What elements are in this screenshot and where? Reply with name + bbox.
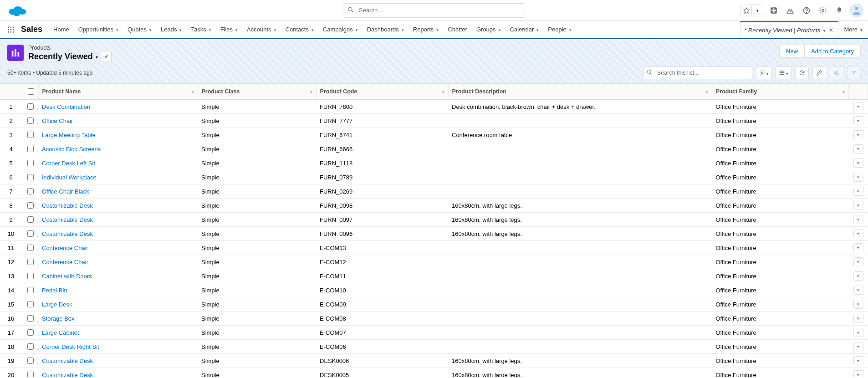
- trailhead-icon[interactable]: [784, 5, 796, 16]
- product-link[interactable]: Customizable Desk: [42, 372, 93, 378]
- list-search-input[interactable]: [643, 66, 752, 79]
- row-select-checkbox[interactable]: [27, 117, 34, 124]
- chevron-down-icon[interactable]: [569, 26, 572, 33]
- product-link[interactable]: Individual Workplace: [42, 174, 97, 181]
- row-select-checkbox[interactable]: [27, 245, 34, 251]
- new-button[interactable]: New: [780, 45, 804, 57]
- row-action-menu[interactable]: [853, 370, 863, 377]
- row-select-checkbox[interactable]: [27, 230, 34, 237]
- list-view-controls-button[interactable]: [756, 66, 772, 79]
- row-select-checkbox[interactable]: [27, 358, 34, 364]
- row-action-menu[interactable]: [853, 130, 863, 139]
- global-actions-icon[interactable]: [768, 5, 780, 16]
- product-link[interactable]: Acoustic Bloc Screens: [42, 146, 101, 153]
- row-action-menu[interactable]: [853, 173, 863, 182]
- product-link[interactable]: Corner Desk Left Sit: [42, 160, 95, 167]
- product-link[interactable]: Office Chair Black: [42, 188, 89, 195]
- add-to-category-button[interactable]: Add to Category: [804, 45, 860, 57]
- product-link[interactable]: Customizable Desk: [42, 358, 93, 364]
- row-select-checkbox[interactable]: [27, 174, 34, 180]
- row-action-menu[interactable]: [853, 116, 863, 125]
- row-select-checkbox[interactable]: [27, 301, 34, 307]
- chevron-down-icon[interactable]: [311, 26, 314, 33]
- row-action-menu[interactable]: [853, 271, 863, 281]
- nav-tab-chatter[interactable]: Chatter: [443, 21, 472, 38]
- app-launcher-icon[interactable]: [3, 21, 19, 38]
- row-select-checkbox[interactable]: [27, 259, 34, 265]
- chevron-down-icon[interactable]: [179, 26, 182, 33]
- workspace-tab-products[interactable]: * Recently Viewed | Products: [740, 21, 838, 38]
- row-action-menu[interactable]: [853, 187, 863, 196]
- product-link[interactable]: Desk Combination: [42, 103, 90, 110]
- row-action-menu[interactable]: [853, 215, 863, 224]
- chevron-down-icon[interactable]: [752, 5, 763, 16]
- chevron-down-icon[interactable]: [310, 88, 312, 95]
- product-link[interactable]: Customizable Desk: [42, 216, 93, 223]
- nav-tab-reports[interactable]: Reports: [408, 21, 444, 38]
- row-select-checkbox[interactable]: [27, 132, 34, 138]
- chevron-down-icon[interactable]: [192, 88, 194, 95]
- nav-tab-campaigns[interactable]: Campaigns: [318, 21, 363, 38]
- chevron-down-icon[interactable]: [116, 26, 118, 33]
- product-link[interactable]: Pedal Bin: [42, 287, 67, 294]
- nav-tab-leads[interactable]: Leads: [156, 21, 186, 38]
- pin-list-button[interactable]: [101, 51, 112, 62]
- row-select-checkbox[interactable]: [27, 216, 34, 223]
- chevron-down-icon[interactable]: [536, 26, 539, 33]
- product-link[interactable]: Conference Chair: [42, 245, 88, 251]
- list-view-picker-icon[interactable]: [96, 53, 98, 60]
- favorites-combo[interactable]: [740, 5, 763, 16]
- nav-tab-quotes[interactable]: Quotes: [123, 21, 156, 38]
- list-view-name[interactable]: Recently Viewed: [28, 52, 93, 61]
- nav-tab-tasks[interactable]: Tasks: [186, 21, 215, 38]
- row-action-menu[interactable]: [853, 286, 863, 295]
- product-link[interactable]: Corner Desk Right Sit: [42, 343, 99, 350]
- nav-tab-groups[interactable]: Groups: [472, 21, 505, 38]
- inline-edit-button[interactable]: [812, 66, 826, 79]
- product-link[interactable]: Storage Box: [42, 315, 75, 322]
- refresh-button[interactable]: [795, 66, 809, 79]
- row-select-checkbox[interactable]: [27, 160, 34, 166]
- row-action-menu[interactable]: [853, 144, 863, 153]
- row-action-menu[interactable]: [853, 328, 863, 337]
- nav-tab-files[interactable]: Files: [216, 21, 242, 38]
- column-product-code[interactable]: Product Code: [316, 84, 448, 100]
- product-link[interactable]: Large Meeting Table: [42, 132, 96, 138]
- row-action-menu[interactable]: [853, 158, 863, 168]
- nav-more[interactable]: More: [838, 21, 868, 38]
- row-select-checkbox[interactable]: [27, 202, 34, 209]
- row-select-checkbox[interactable]: [27, 343, 34, 350]
- help-icon[interactable]: [801, 5, 812, 16]
- chevron-down-icon[interactable]: [274, 26, 276, 33]
- row-action-menu[interactable]: [853, 229, 863, 238]
- chevron-down-icon[interactable]: [235, 26, 238, 33]
- chevron-down-icon[interactable]: [842, 88, 845, 95]
- product-link[interactable]: Large Cabinet: [42, 329, 79, 336]
- row-select-checkbox[interactable]: [27, 103, 34, 110]
- nav-tab-opportunities[interactable]: Opportunities: [74, 21, 123, 38]
- star-icon[interactable]: [741, 5, 752, 16]
- chevron-down-icon[interactable]: [499, 26, 501, 33]
- row-action-menu[interactable]: [853, 300, 863, 309]
- nav-tab-calendar[interactable]: Calendar: [505, 21, 544, 38]
- column-select-all[interactable]: [22, 84, 38, 100]
- display-as-button[interactable]: [776, 66, 791, 79]
- notifications-bell-icon[interactable]: [833, 5, 845, 16]
- row-select-checkbox[interactable]: [27, 329, 34, 336]
- product-link[interactable]: Large Desk: [42, 301, 72, 308]
- product-link[interactable]: Customizable Desk: [42, 202, 93, 209]
- row-action-menu[interactable]: [853, 356, 863, 365]
- nav-tab-dashboards[interactable]: Dashboards: [363, 21, 408, 38]
- chevron-down-icon[interactable]: [823, 27, 825, 34]
- user-avatar[interactable]: [850, 4, 863, 17]
- row-select-checkbox[interactable]: [27, 287, 34, 293]
- nav-tab-contacts[interactable]: Contacts: [281, 21, 318, 38]
- chevron-down-icon[interactable]: [356, 26, 358, 33]
- chevron-down-icon[interactable]: [706, 88, 708, 95]
- column-product-class[interactable]: Product Class: [198, 84, 316, 100]
- row-action-menu[interactable]: [853, 102, 863, 111]
- close-icon[interactable]: [828, 26, 834, 35]
- setup-gear-icon[interactable]: [817, 5, 829, 16]
- chevron-down-icon[interactable]: [209, 26, 211, 33]
- column-product-family[interactable]: Product Family: [712, 84, 849, 100]
